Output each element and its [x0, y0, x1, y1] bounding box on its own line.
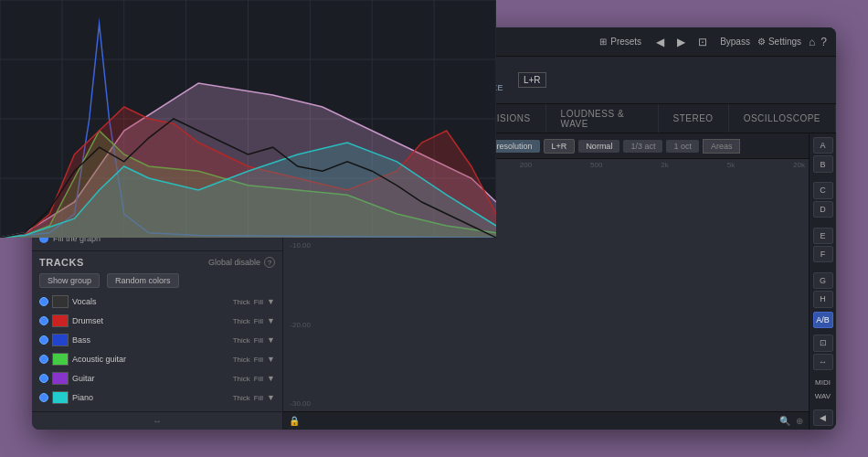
track-enable-bass[interactable] — [39, 335, 48, 345]
track-fill-drumset: Fill — [254, 317, 263, 325]
bypass-button[interactable]: Bypass — [720, 37, 750, 47]
help-icon[interactable]: ? — [820, 36, 827, 48]
tracks-controls: Show group Random colors — [39, 273, 275, 288]
tab-loudness[interactable]: LOUDNESS & WAVE — [546, 104, 659, 133]
nav-forward-button[interactable]: ▶ — [673, 34, 689, 50]
main-window: M MMultiAnalyzer (15.00) ⊞ Presets ◀ ▶ ⊡… — [32, 27, 836, 430]
bottom-bar: 🔒 🔍 ⊕ — [283, 411, 809, 430]
track-fill-vocals: Fill — [254, 298, 263, 306]
third-oct-button[interactable]: 1/3 act — [623, 140, 662, 153]
presets-button[interactable]: ⊞ Presets — [599, 37, 641, 47]
track-fill-piano: Fill — [254, 394, 263, 402]
track-fill-bass: Fill — [254, 336, 263, 345]
track-row: Bass Thick Fill ▼ — [39, 332, 275, 348]
midi-label: MIDI — [815, 377, 831, 388]
side-btn-f[interactable]: F — [813, 246, 833, 262]
y-axis-label-1: -10.00 — [285, 241, 311, 250]
track-name-bass: Bass — [72, 335, 229, 345]
side-btn-e[interactable]: E — [813, 228, 833, 244]
nav-bookmark-button[interactable]: ⊡ — [694, 34, 711, 50]
one-oct-button[interactable]: 1 oct — [666, 140, 699, 153]
track-color-piano — [52, 391, 69, 404]
track-name-vocals: Vocals — [72, 297, 229, 306]
right-panel: SPECTRUM SONOGRAM COLLISIONS LOUDNESS & … — [283, 104, 836, 430]
side-btn-c[interactable]: C — [813, 182, 833, 198]
normal-button[interactable]: Normal — [578, 140, 619, 153]
track-name-piano: Piano — [72, 393, 229, 402]
swap-icon[interactable]: ↔ — [813, 354, 833, 370]
zoom-icon[interactable]: 🔍 — [779, 416, 790, 426]
track-enable-acoustic[interactable] — [39, 355, 48, 364]
nav-back-button[interactable]: ◀ — [652, 34, 668, 50]
track-row: Drumset Thick Fill ▼ — [39, 313, 275, 329]
track-color-drumset — [52, 314, 69, 327]
lr-button[interactable]: L+R — [518, 72, 546, 88]
track-down-piano[interactable]: ▼ — [267, 393, 275, 402]
tab-oscilloscope[interactable]: OSCILLOSCOPE — [729, 104, 836, 133]
expand-arrow-icon[interactable]: ↔ — [153, 416, 162, 426]
tracks-section: TRACKS Global disable ? Show group Rando… — [32, 251, 282, 411]
wav-label: WAV — [815, 390, 831, 402]
tracks-help-icon[interactable]: ? — [264, 257, 275, 268]
global-disable-label[interactable]: Global disable — [208, 258, 260, 267]
areas-button[interactable]: Areas — [703, 139, 741, 154]
show-group-button[interactable]: Show group — [39, 273, 100, 288]
track-thick-acoustic: Thick — [233, 356, 250, 364]
track-color-acoustic — [52, 353, 69, 366]
side-btn-g[interactable]: G — [813, 272, 833, 289]
track-down-acoustic[interactable]: ▼ — [267, 355, 275, 364]
ab-button[interactable]: A/B — [813, 312, 833, 328]
home-icon[interactable]: ⌂ — [809, 36, 815, 48]
track-enable-guitar[interactable] — [39, 374, 48, 383]
track-thick-bass: Thick — [233, 336, 250, 345]
tab-stereo[interactable]: STEREO — [659, 104, 729, 133]
track-down-guitar[interactable]: ▼ — [267, 374, 275, 383]
copy-icon[interactable]: ⊡ — [813, 335, 833, 351]
right-side-panel: A B C D E F G H A/B ⊡ ↔ — [809, 133, 836, 430]
track-name-acoustic: Acoustic guitar — [72, 355, 229, 364]
y-axis-label-3: -30.00 — [285, 399, 311, 408]
track-enable-piano[interactable] — [39, 393, 48, 402]
track-row: Acoustic guitar Thick Fill ▼ — [39, 351, 275, 367]
side-btn-a[interactable]: A — [813, 137, 833, 154]
track-down-vocals[interactable]: ▼ — [267, 297, 275, 306]
track-fill-acoustic: Fill — [254, 356, 263, 364]
track-list: Vocals Thick Fill ▼ Drumset Thick Fill ▼ — [39, 293, 275, 406]
track-color-guitar — [52, 372, 69, 385]
track-fill-guitar: Fill — [254, 375, 263, 383]
x-label-500: 500 — [590, 161, 602, 172]
spectrum-canvas-wrapper: 20 50 100 200 500 2k 5k 20k — [312, 159, 809, 411]
x-label-20k: 20k — [793, 161, 805, 172]
track-color-bass — [52, 334, 69, 346]
side-btn-b[interactable]: B — [813, 155, 833, 172]
track-row: Guitar Thick Fill ▼ — [39, 370, 275, 387]
side-btn-d[interactable]: D — [813, 201, 833, 218]
pan-icon[interactable]: ⊕ — [796, 416, 803, 426]
track-thick-guitar: Thick — [233, 375, 250, 383]
title-icons: ⌂ ? — [809, 36, 827, 48]
track-name-drumset: Drumset — [72, 316, 229, 325]
side-btn-h[interactable]: H — [813, 291, 833, 307]
tracks-header: TRACKS Global disable ? — [39, 257, 275, 268]
x-label-2k: 2k — [661, 161, 668, 172]
track-thick-piano: Thick — [233, 394, 250, 402]
track-down-drumset[interactable]: ▼ — [267, 316, 275, 325]
track-thick-drumset: Thick — [233, 317, 250, 325]
tracks-title: TRACKS — [39, 257, 84, 268]
track-down-bass[interactable]: ▼ — [267, 335, 275, 345]
track-color-vocals — [52, 295, 69, 308]
random-colors-button[interactable]: Random colors — [107, 273, 179, 288]
track-row: Piano Thick Fill ▼ — [39, 389, 275, 406]
content-area: Follow host playback Follow host name an… — [32, 104, 836, 430]
lr-spectrum-button[interactable]: L+R — [544, 139, 576, 154]
spectrum-canvas[interactable] — [312, 159, 496, 238]
track-enable-drumset[interactable] — [39, 316, 48, 325]
side-arrow-icon[interactable]: ◀ — [813, 409, 833, 426]
lock-icon[interactable]: 🔒 — [289, 416, 300, 426]
track-row: Vocals Thick Fill ▼ — [39, 293, 275, 310]
y-axis-label-2: -20.00 — [285, 321, 311, 329]
graph-area: 0.00 -10.00 -20.00 -30.00 20 50 100 20 — [283, 159, 809, 411]
track-enable-vocals[interactable] — [39, 297, 48, 306]
settings-button[interactable]: ⚙ Settings — [757, 37, 801, 47]
track-thick-vocals: Thick — [233, 298, 250, 306]
